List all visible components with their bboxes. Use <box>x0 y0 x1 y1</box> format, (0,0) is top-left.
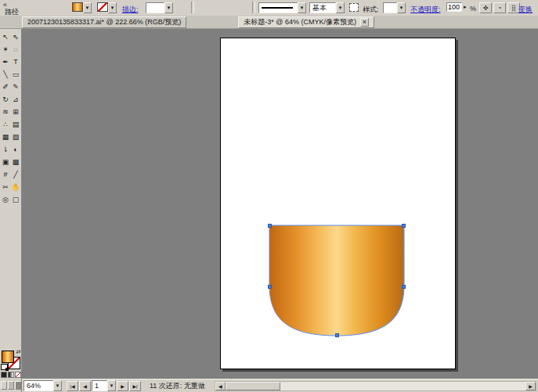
magic-wand-tool-icon[interactable]: ✶ <box>1 44 11 54</box>
tools-panel: ↖⇖✶◌✒T╲▭✐✎↻⊿≋⊞∴▤▦▧⇂◐▣▩#╱✂✋◎▢ ⇄ <box>0 29 22 392</box>
selection-tool-icon[interactable]: ↖ <box>1 31 11 41</box>
pencil-tool-icon[interactable]: ✎ <box>11 81 21 92</box>
target-icon[interactable]: ◔ <box>493 2 506 13</box>
selected-object[interactable] <box>268 224 406 339</box>
fill-dropdown-icon[interactable]: ▼ <box>83 2 92 13</box>
brush-preview-combo[interactable]: ▼ <box>258 2 306 13</box>
illustrator-window: « 路径 ▼ ▼ 描边: ▼ ▼ 基本 ▼ 样式: ▼ <box>0 0 538 392</box>
stroke-dropdown-icon[interactable]: ▼ <box>108 2 117 13</box>
rotate-tool-icon[interactable]: ↻ <box>1 94 11 104</box>
artboard[interactable] <box>220 38 456 369</box>
dashed-frame-icon[interactable] <box>349 3 359 12</box>
scissors-tool-icon[interactable]: ✂ <box>1 182 11 192</box>
paint-mode-buttons <box>1 372 21 378</box>
toolbar-tools: ↖⇖✶◌✒T╲▭✐✎↻⊿≋⊞∴▤▦▧⇂◐▣▩#╱✂✋◎▢ <box>1 29 21 204</box>
selection-handle-top-left[interactable] <box>268 224 272 228</box>
color-mode-icon[interactable] <box>1 372 7 378</box>
paintbrush-tool-icon[interactable]: ✐ <box>1 81 11 92</box>
brush-name-value[interactable]: 基本 <box>309 2 336 13</box>
convert-anchor-icon[interactable]: ✜ <box>479 2 492 13</box>
stroke-panel-link[interactable]: 描边: <box>122 5 139 15</box>
style-combo[interactable]: ▼ <box>383 2 406 13</box>
free-transform-tool-icon[interactable]: ⊞ <box>11 106 21 117</box>
brush-preview-dropdown-icon[interactable]: ▼ <box>298 2 306 13</box>
tab-close-icon[interactable]: × <box>360 18 369 27</box>
gradient-tool-icon[interactable]: ▧ <box>11 131 21 142</box>
line-segment-tool-icon[interactable]: ╲ <box>1 69 11 79</box>
shape-svg <box>268 224 406 339</box>
direct-selection-tool-icon[interactable]: ⇖ <box>11 31 21 41</box>
live-paint-selection-tool-icon[interactable]: ▩ <box>11 156 21 167</box>
live-paint-bucket-tool-icon[interactable]: ▣ <box>1 156 11 167</box>
style-value[interactable] <box>383 2 397 13</box>
zoom-dropdown-icon[interactable]: ▼ <box>53 380 62 391</box>
control-icon-group: ✜◔⣿ <box>479 2 522 13</box>
print-tiling-tool-icon[interactable]: ▢ <box>11 194 21 204</box>
page-dropdown-icon[interactable]: ▼ <box>107 380 116 391</box>
scroll-left-icon[interactable]: ◀ <box>215 382 226 390</box>
canvas-area[interactable] <box>22 29 538 379</box>
scrollbar-thumb[interactable] <box>226 382 280 390</box>
eyedropper-tool-icon[interactable]: ⇂ <box>1 144 11 154</box>
rectangle-tool-icon[interactable]: ▭ <box>11 69 21 79</box>
selection-handle-bottom-center[interactable] <box>335 333 339 337</box>
lasso-tool-icon[interactable]: ◌ <box>11 44 21 54</box>
standard-screen-mode-icon[interactable] <box>1 381 7 390</box>
selection-handle-mid-right[interactable] <box>402 285 406 289</box>
scroll-right-icon[interactable]: ▶ <box>525 382 536 390</box>
opacity-input[interactable] <box>446 2 462 12</box>
separator <box>191 2 194 13</box>
control-bar: « 路径 ▼ ▼ 描边: ▼ ▼ 基本 ▼ 样式: ▼ <box>0 0 538 16</box>
full-screen-menu-mode-icon[interactable] <box>8 381 14 390</box>
hand-tool-icon[interactable]: ✋ <box>11 182 21 192</box>
fill-color-swatch[interactable] <box>72 2 83 12</box>
gradient-mode-icon[interactable] <box>8 372 14 378</box>
previous-page-button[interactable]: ◀ <box>79 381 91 391</box>
opacity-spinner-icon[interactable]: ▸ <box>464 4 467 10</box>
screen-mode-buttons <box>1 381 21 390</box>
type-tool-icon[interactable]: T <box>11 56 21 67</box>
warp-tool-icon[interactable]: ≋ <box>1 106 11 117</box>
fill-color-combo[interactable]: ▼ <box>72 2 92 13</box>
last-page-button[interactable]: ▶| <box>129 381 141 391</box>
page-number-combo[interactable]: 1 ▼ <box>92 380 116 391</box>
mesh-tool-icon[interactable]: ▦ <box>1 131 11 142</box>
transform-panel-link[interactable]: 变换 <box>518 5 533 15</box>
scale-tool-icon[interactable]: ⊿ <box>11 94 21 104</box>
swap-fill-stroke-icon[interactable]: ⇄ <box>16 349 21 354</box>
slice-tool-icon[interactable]: ╱ <box>11 169 21 179</box>
style-dropdown-icon[interactable]: ▼ <box>397 2 406 13</box>
stroke-weight-value[interactable] <box>146 2 164 13</box>
symbol-sprayer-tool-icon[interactable]: ∴ <box>1 119 11 129</box>
orange-gradient-shape[interactable] <box>269 225 404 336</box>
stroke-weight-dropdown-icon[interactable]: ▼ <box>164 2 173 13</box>
selection-handle-top-right[interactable] <box>402 224 406 228</box>
next-page-button[interactable]: ▶ <box>117 381 128 391</box>
pen-tool-icon[interactable]: ✒ <box>1 56 11 67</box>
none-mode-icon[interactable] <box>15 372 21 378</box>
stroke-color-combo[interactable]: ▼ <box>97 2 117 13</box>
stroke-color-swatch[interactable] <box>97 2 108 12</box>
tab-document-1[interactable]: 20071230135833317.ai* @ 222.66% (RGB/预览) <box>22 16 186 28</box>
blend-tool-icon[interactable]: ◐ <box>11 144 21 154</box>
full-screen-mode-icon[interactable] <box>15 381 21 390</box>
brush-name-combo[interactable]: 基本 ▼ <box>309 2 345 13</box>
undo-status-text: 11 次还原: 无重做 <box>150 381 205 391</box>
selection-handle-mid-left[interactable] <box>268 285 272 289</box>
tab-document-2[interactable]: 未标题-3* @ 64% (CMYK/像素预览) × <box>238 16 374 28</box>
page-number-value[interactable]: 1 <box>92 380 107 391</box>
opacity-panel-link[interactable]: 不透明度: <box>410 5 441 15</box>
percent-label: % <box>470 5 476 13</box>
stroke-weight-combo[interactable]: ▼ <box>146 2 173 13</box>
zoom-value[interactable]: 64% <box>23 380 53 391</box>
crop-area-tool-icon[interactable]: # <box>1 169 11 179</box>
horizontal-scrollbar[interactable]: ◀ ▶ <box>215 381 536 391</box>
zoom-combo[interactable]: 64% ▼ <box>23 380 62 391</box>
zoom-tool-icon[interactable]: ◎ <box>1 194 11 204</box>
default-fill-stroke-icon[interactable] <box>1 364 8 370</box>
graph-tool-icon[interactable]: ▤ <box>11 119 21 129</box>
brush-name-dropdown-icon[interactable]: ▼ <box>336 2 345 13</box>
toolbar-fill-swatch[interactable] <box>2 351 14 363</box>
scrollbar-track[interactable] <box>280 382 525 390</box>
first-page-button[interactable]: |◀ <box>67 381 78 391</box>
